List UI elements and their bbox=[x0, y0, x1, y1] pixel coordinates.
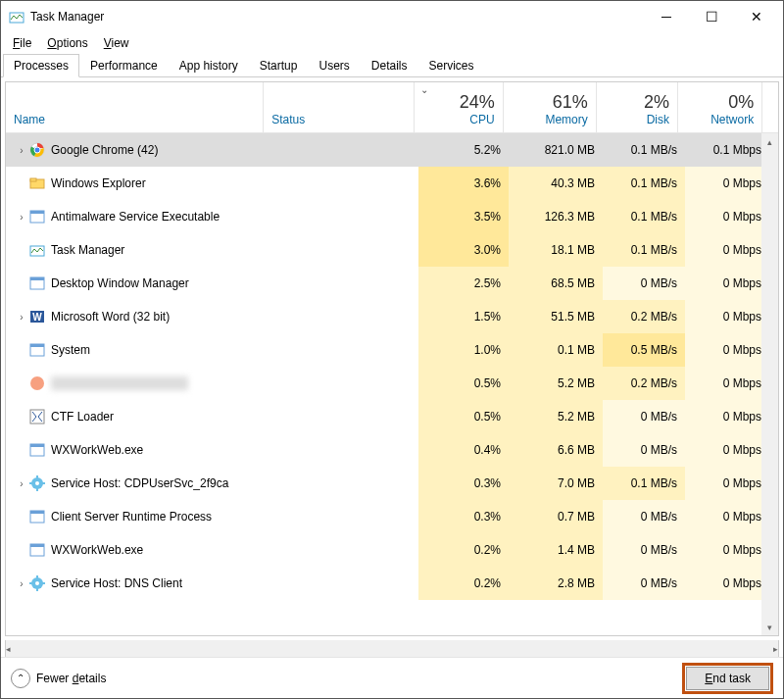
process-name: Antimalware Service Executable bbox=[51, 210, 220, 224]
process-row[interactable]: ›Service Host: DNS Client0.2%2.8 MB0 MB/… bbox=[6, 567, 778, 600]
menu-file[interactable]: File bbox=[5, 34, 39, 52]
process-name: Windows Explorer bbox=[51, 176, 146, 190]
expander-icon[interactable]: › bbox=[14, 312, 29, 323]
horizontal-scrollbar[interactable]: ◂ ▸ bbox=[5, 640, 779, 657]
process-row[interactable]: CTF Loader0.5%5.2 MB0 MB/s0 Mbps bbox=[6, 400, 778, 433]
svg-rect-28 bbox=[30, 544, 44, 547]
menu-view[interactable]: View bbox=[96, 34, 137, 52]
process-row[interactable]: Task Manager3.0%18.1 MB0.1 MB/s0 Mbps bbox=[6, 233, 778, 267]
close-button[interactable]: ✕ bbox=[734, 2, 779, 31]
network-value: 0 Mbps bbox=[685, 267, 769, 300]
process-row[interactable]: 0.5%5.2 MB0.2 MB/s0 Mbps bbox=[6, 367, 778, 400]
memory-value: 0.1 MB bbox=[509, 333, 603, 367]
process-icon bbox=[29, 509, 45, 524]
tab-services[interactable]: Services bbox=[418, 54, 485, 77]
tab-details[interactable]: Details bbox=[361, 54, 418, 77]
memory-value: 5.2 MB bbox=[509, 400, 603, 433]
svg-point-15 bbox=[30, 376, 44, 390]
col-cpu[interactable]: ⌄ 24% CPU bbox=[415, 82, 504, 132]
process-row[interactable]: ›WMicrosoft Word (32 bit)1.5%51.5 MB0.2 … bbox=[6, 300, 778, 333]
process-status bbox=[267, 400, 418, 433]
process-icon bbox=[29, 342, 45, 358]
svg-rect-14 bbox=[30, 344, 44, 347]
cpu-value: 3.5% bbox=[418, 200, 509, 233]
scroll-right-icon[interactable]: ▸ bbox=[773, 640, 778, 657]
disk-value: 0.1 MB/s bbox=[603, 200, 685, 233]
process-name: Client Server Runtime Process bbox=[51, 510, 212, 524]
column-headers: Name Status ⌄ 24% CPU 61% Memory 2% Disk… bbox=[6, 82, 778, 133]
minimize-button[interactable]: ─ bbox=[644, 2, 689, 31]
process-name: Microsoft Word (32 bit) bbox=[51, 310, 170, 324]
process-icon bbox=[29, 575, 45, 591]
process-row[interactable]: Desktop Window Manager2.5%68.5 MB0 MB/s0… bbox=[6, 267, 778, 300]
process-row[interactable]: Windows Explorer3.6%40.3 MB0.1 MB/s0 Mbp… bbox=[6, 167, 778, 200]
task-manager-window: Task Manager ─ ☐ ✕ File Options View Pro… bbox=[0, 0, 784, 699]
process-status bbox=[267, 233, 418, 267]
vertical-scrollbar[interactable]: ▴ ▾ bbox=[761, 133, 778, 635]
cpu-value: 0.3% bbox=[418, 467, 509, 500]
disk-value: 0.5 MB/s bbox=[603, 333, 685, 367]
process-name bbox=[51, 376, 188, 390]
scroll-up-icon[interactable]: ▴ bbox=[761, 133, 778, 150]
col-network[interactable]: 0% Network bbox=[678, 82, 761, 132]
fewer-details-toggle[interactable]: ⌃ Fewer details bbox=[11, 669, 106, 688]
network-value: 0 Mbps bbox=[685, 233, 769, 267]
tab-app-history[interactable]: App history bbox=[169, 54, 249, 77]
end-task-button[interactable]: End task bbox=[686, 667, 769, 690]
process-icon bbox=[29, 475, 45, 491]
process-row[interactable]: WXWorkWeb.exe0.2%1.4 MB0 MB/s0 Mbps bbox=[6, 533, 778, 567]
tab-users[interactable]: Users bbox=[308, 54, 360, 77]
network-value: 0 Mbps bbox=[685, 400, 769, 433]
col-status[interactable]: Status bbox=[264, 82, 414, 132]
window-title: Task Manager bbox=[30, 10, 644, 24]
expander-icon[interactable]: › bbox=[14, 478, 29, 489]
process-status bbox=[267, 567, 418, 600]
process-row[interactable]: ›Google Chrome (42)5.2%821.0 MB0.1 MB/s0… bbox=[6, 133, 778, 167]
memory-value: 1.4 MB bbox=[509, 533, 603, 567]
network-value: 0 Mbps bbox=[685, 200, 769, 233]
network-value: 0 Mbps bbox=[685, 367, 769, 400]
process-icon bbox=[29, 275, 45, 291]
process-name: CTF Loader bbox=[51, 410, 114, 424]
menu-options[interactable]: Options bbox=[39, 34, 95, 52]
memory-value: 51.5 MB bbox=[509, 300, 603, 333]
memory-value: 7.0 MB bbox=[509, 467, 603, 500]
network-value: 0 Mbps bbox=[685, 300, 769, 333]
process-status bbox=[267, 500, 418, 533]
process-status bbox=[267, 533, 418, 567]
disk-value: 0.1 MB/s bbox=[603, 233, 685, 267]
cpu-value: 2.5% bbox=[418, 267, 509, 300]
tab-processes[interactable]: Processes bbox=[3, 54, 79, 77]
memory-value: 5.2 MB bbox=[509, 367, 603, 400]
process-name: System bbox=[51, 343, 90, 357]
tab-startup[interactable]: Startup bbox=[249, 54, 309, 77]
process-name: Service Host: CDPUserSvc_2f9ca bbox=[51, 476, 228, 490]
process-icon bbox=[29, 142, 45, 158]
expander-icon[interactable]: › bbox=[14, 145, 29, 156]
network-value: 0 Mbps bbox=[685, 433, 769, 467]
process-status bbox=[267, 467, 418, 500]
svg-rect-26 bbox=[30, 511, 44, 514]
scroll-down-icon[interactable]: ▾ bbox=[761, 619, 778, 635]
network-value: 0 Mbps bbox=[685, 533, 769, 567]
expander-icon[interactable]: › bbox=[14, 212, 29, 223]
menubar: File Options View bbox=[1, 32, 783, 54]
memory-value: 821.0 MB bbox=[509, 133, 603, 167]
sort-chevron-icon: ⌄ bbox=[420, 84, 428, 95]
process-row[interactable]: WXWorkWeb.exe0.4%6.6 MB0 MB/s0 Mbps bbox=[6, 433, 778, 467]
process-row[interactable]: System1.0%0.1 MB0.5 MB/s0 Mbps bbox=[6, 333, 778, 367]
tab-performance[interactable]: Performance bbox=[79, 54, 169, 77]
cpu-value: 0.5% bbox=[418, 400, 509, 433]
expander-icon[interactable]: › bbox=[14, 578, 29, 589]
process-row[interactable]: ›Antimalware Service Executable3.5%126.3… bbox=[6, 200, 778, 233]
col-memory[interactable]: 61% Memory bbox=[504, 82, 597, 132]
process-status bbox=[267, 133, 418, 167]
process-row[interactable]: Client Server Runtime Process0.3%0.7 MB0… bbox=[6, 500, 778, 533]
process-row[interactable]: ›Service Host: CDPUserSvc_2f9ca0.3%7.0 M… bbox=[6, 467, 778, 500]
disk-value: 0.1 MB/s bbox=[603, 133, 685, 167]
process-status bbox=[267, 300, 418, 333]
maximize-button[interactable]: ☐ bbox=[689, 2, 734, 31]
col-disk[interactable]: 2% Disk bbox=[597, 82, 678, 132]
titlebar[interactable]: Task Manager ─ ☐ ✕ bbox=[1, 1, 783, 32]
col-name[interactable]: Name bbox=[6, 82, 264, 132]
